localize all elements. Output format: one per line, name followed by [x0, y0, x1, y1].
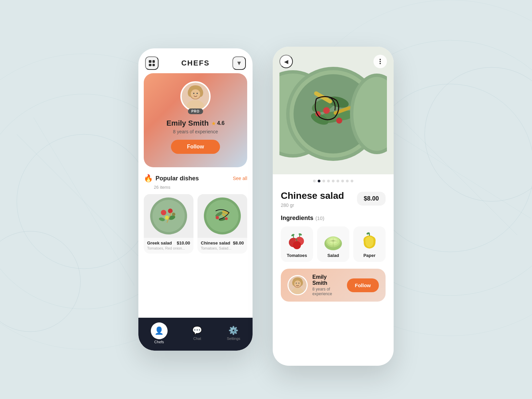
- nav-label-settings: Settings: [227, 337, 240, 341]
- dish-image-chinese: [197, 194, 247, 238]
- chef-footer-experience: 8 years of experience: [312, 287, 342, 296]
- dish-info-greek: Greek salad $10.00 Tomatoes, Red onion..…: [144, 238, 193, 250]
- dot-2[interactable]: [322, 180, 325, 182]
- svg-point-56: [291, 233, 295, 237]
- filter-button[interactable]: ▼: [232, 56, 246, 70]
- ingredient-name-tomatoes: Tomatoes: [287, 253, 307, 258]
- dish-name-price-chinese: Chinese salad $8.00: [201, 240, 244, 246]
- star-icon: ★: [211, 120, 216, 127]
- popular-title: Popular dishes: [156, 175, 199, 182]
- dish-name-price-greek: Greek salad $10.00: [147, 240, 190, 246]
- star-rating: ★ 4.6: [211, 120, 224, 127]
- chef-footer-info: Emily Smith 8 years of experience: [312, 274, 342, 296]
- page-title: CHEFS: [181, 59, 210, 68]
- svg-point-21: [161, 210, 166, 215]
- nav-active-bg: 👤: [151, 322, 168, 339]
- hero-card: PRO Emily Smith ★ 4.6 8 years of experie…: [144, 73, 247, 167]
- dot-7[interactable]: [346, 180, 349, 182]
- dish-header-row: Chinese salad 280 gr $8.00: [281, 189, 386, 208]
- back-button[interactable]: ◀: [279, 55, 293, 68]
- ingredient-salad[interactable]: Salad: [317, 226, 349, 262]
- follow-button-footer[interactable]: Follow: [347, 278, 379, 292]
- svg-point-63: [291, 287, 304, 294]
- dish-weight: 280 gr: [281, 203, 344, 208]
- dish-name-greek: Greek salad: [147, 240, 172, 246]
- price-badge: $8.00: [357, 192, 386, 206]
- chef-avatar-wrap: PRO: [180, 81, 211, 112]
- svg-point-34: [225, 217, 228, 220]
- dot-6[interactable]: [341, 180, 344, 182]
- pepper-image: [358, 232, 381, 250]
- ingredient-name-salad: Salad: [327, 253, 339, 258]
- more-dot-2: [380, 61, 381, 62]
- popular-header: 🔥 Popular dishes See all: [144, 174, 247, 183]
- dish-plate-svg: [279, 62, 387, 166]
- phones-container: CHEFS ▼: [138, 33, 394, 366]
- dish-price-chinese: $8.00: [233, 240, 244, 246]
- phone1: CHEFS ▼: [138, 48, 253, 351]
- chef-name: Emily Smith: [166, 119, 209, 128]
- filter-icon: ▼: [236, 60, 242, 67]
- dot-4[interactable]: [332, 180, 335, 182]
- ingredient-name-pepper: Paper: [363, 253, 375, 258]
- ingredients-title: Ingredients: [281, 215, 313, 222]
- svg-point-49: [336, 118, 342, 124]
- nav-item-settings[interactable]: ⚙️ Settings: [227, 326, 240, 341]
- salad-image: [321, 232, 345, 250]
- popular-count: 26 items: [154, 185, 170, 190]
- follow-button-hero[interactable]: Follow: [171, 140, 220, 154]
- chat-nav-icon: 💬: [192, 326, 202, 335]
- ingredient-pepper[interactable]: Paper: [353, 226, 386, 262]
- dot-3[interactable]: [327, 180, 330, 182]
- bottom-nav: 👤 Chefs 💬 Chat ⚙️ Settings: [138, 318, 253, 351]
- chef-name-row: Emily Smith ★ 4.6: [166, 119, 224, 128]
- dish-card-chinese[interactable]: Chinese salad $8.00 Tomatoes, Salad...: [197, 194, 247, 254]
- svg-point-57: [298, 233, 302, 236]
- see-all-link[interactable]: See all: [233, 176, 247, 181]
- chef-footer-avatar: [287, 275, 308, 295]
- dishes-grid: Greek salad $10.00 Tomatoes, Red onion..…: [144, 190, 247, 258]
- svg-point-33: [216, 216, 219, 219]
- dot-5[interactable]: [337, 180, 339, 182]
- pro-badge: PRO: [188, 108, 203, 114]
- svg-point-20: [152, 200, 185, 232]
- svg-point-70: [299, 283, 300, 284]
- dish-image-greek: [144, 194, 193, 238]
- dish-desc-greek: Tomatoes, Red onion...: [147, 246, 190, 250]
- dish-price-greek: $10.00: [177, 240, 190, 246]
- rating-value: 4.6: [217, 120, 224, 126]
- grid-menu-button[interactable]: [145, 56, 159, 70]
- nav-label-chat: Chat: [193, 337, 201, 341]
- ingredients-grid: Tomatoes: [281, 226, 386, 262]
- dot-8[interactable]: [351, 180, 353, 182]
- popular-left: 🔥 Popular dishes: [144, 174, 199, 183]
- image-dots-indicator: [273, 174, 394, 189]
- chef-footer-name: Emily Smith: [312, 274, 342, 286]
- more-dot-1: [380, 59, 381, 60]
- dish-desc-chinese: Tomatoes, Salad...: [201, 246, 244, 250]
- more-options-button[interactable]: [373, 55, 387, 68]
- ingredients-count: (10): [315, 215, 324, 221]
- chef-experience: 8 years of experience: [173, 129, 218, 134]
- nav-item-chefs[interactable]: 👤 Chefs: [151, 322, 168, 344]
- ingredient-tomatoes[interactable]: Tomatoes: [281, 226, 313, 262]
- chef-footer-card: Emily Smith 8 years of experience Follow: [281, 269, 386, 302]
- dish-title-group: Chinese salad 280 gr: [281, 190, 344, 208]
- dish-hero-image: ◀: [273, 47, 394, 174]
- popular-section: 🔥 Popular dishes See all 26 items: [138, 167, 253, 260]
- phone1-header: CHEFS ▼: [138, 48, 253, 73]
- dish-card-greek[interactable]: Greek salad $10.00 Tomatoes, Red onion..…: [144, 194, 193, 254]
- svg-point-29: [206, 200, 238, 232]
- grid-icon: [149, 60, 155, 66]
- svg-point-69: [296, 283, 297, 284]
- svg-point-55: [293, 241, 301, 249]
- dish-title: Chinese salad: [281, 190, 344, 201]
- svg-point-26: [172, 213, 175, 216]
- dot-0[interactable]: [313, 180, 316, 182]
- settings-nav-icon: ⚙️: [228, 326, 238, 335]
- svg-point-16: [191, 89, 200, 99]
- more-dot-3: [380, 63, 381, 64]
- dot-1[interactable]: [318, 180, 320, 182]
- phone2-top-bar: ◀: [273, 47, 394, 68]
- nav-item-chat[interactable]: 💬 Chat: [192, 326, 202, 341]
